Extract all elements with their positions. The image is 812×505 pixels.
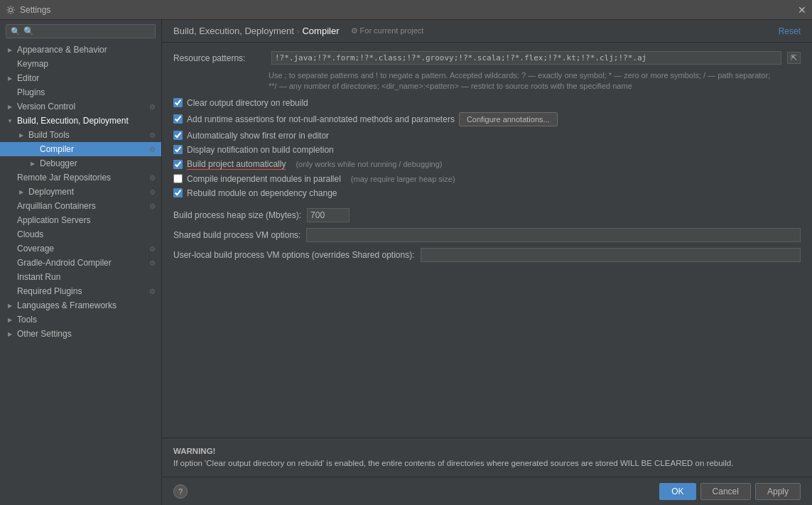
compile-parallel-checkbox[interactable] <box>173 174 183 183</box>
settings-icon <box>6 5 16 15</box>
help-button[interactable]: ? <box>173 484 188 499</box>
gear-icon[interactable]: ⚙ <box>149 131 156 139</box>
sidebar-item-keymap[interactable]: Keymap <box>0 57 161 71</box>
sidebar-item-label: Editor <box>17 73 39 83</box>
sidebar-item-clouds[interactable]: Clouds <box>0 227 161 241</box>
sidebar-item-label: Required Plugins <box>17 286 82 296</box>
rebuild-dep-checkbox[interactable] <box>173 188 183 197</box>
gear-icon[interactable]: ⚙ <box>149 245 156 253</box>
compile-parallel-label: Compile independent modules in parallel <box>187 174 341 184</box>
sidebar-item-label: Keymap <box>17 59 48 69</box>
sidebar-item-remote-jar[interactable]: Remote Jar Repositories ⚙ <box>0 170 161 185</box>
sidebar-item-other-settings[interactable]: Other Settings <box>0 327 161 341</box>
show-first-error-checkbox[interactable] <box>173 131 183 140</box>
resource-patterns-input[interactable] <box>271 51 781 65</box>
notification-build-label: Display notification on build completion <box>187 145 334 155</box>
user-vm-row: User-local build process VM options (ove… <box>173 248 801 262</box>
checkbox-clear-output-row: Clear output directory on rebuild <box>173 98 801 108</box>
expand-arrow-icon <box>17 131 26 139</box>
checkbox-compile-parallel-row: Compile independent modules in parallel … <box>173 174 801 184</box>
sidebar-item-appearance[interactable]: Appearance & Behavior <box>0 43 161 57</box>
expand-arrow-icon <box>6 74 14 82</box>
sidebar-item-deployment[interactable]: Deployment ⚙ <box>0 185 161 199</box>
gear-icon[interactable]: ⚙ <box>149 202 156 210</box>
resource-patterns-hint: Use ; to separate patterns and ! to nega… <box>269 70 801 92</box>
rebuild-dep-label: Rebuild module on dependency change <box>187 188 337 198</box>
gear-icon[interactable]: ⚙ <box>149 259 156 267</box>
build-auto-label: Build project automatically <box>187 159 286 170</box>
sidebar-item-label: Instant Run <box>17 272 60 282</box>
build-auto-checkbox[interactable] <box>173 160 183 169</box>
sidebar-item-label: Build, Execution, Deployment <box>17 116 129 126</box>
runtime-assertions-checkbox[interactable] <box>173 114 183 124</box>
checkbox-show-first-error-row: Automatically show first error in editor <box>173 131 801 141</box>
expand-arrow-icon <box>6 315 14 324</box>
sidebar-item-languages[interactable]: Languages & Frameworks <box>0 298 161 313</box>
show-first-error-label: Automatically show first error in editor <box>187 131 329 141</box>
checkbox-runtime-assertions-row: Add runtime assertions for not-null-anno… <box>173 112 801 126</box>
sidebar-item-label: Debugger <box>40 158 77 168</box>
sidebar-item-label: Languages & Frameworks <box>17 300 117 310</box>
expand-arrow-icon <box>6 301 14 310</box>
title-bar: Settings ✕ <box>0 0 812 20</box>
gear-icon[interactable]: ⚙ <box>149 146 156 153</box>
gear-icon[interactable]: ⚙ <box>149 188 156 196</box>
close-button[interactable]: ✕ <box>798 4 806 16</box>
clear-output-checkbox[interactable] <box>173 98 183 107</box>
gear-icon[interactable]: ⚙ <box>149 103 156 111</box>
sidebar-item-arquillian[interactable]: Arquillian Containers ⚙ <box>0 199 161 213</box>
notification-build-checkbox[interactable] <box>173 145 183 154</box>
apply-button[interactable]: Apply <box>755 483 801 500</box>
sidebar-item-build-tools[interactable]: Build Tools ⚙ <box>0 128 161 142</box>
heap-size-label: Build process heap size (Mbytes): <box>173 210 301 220</box>
footer: ? OK Cancel Apply <box>162 477 812 505</box>
footer-right: OK Cancel Apply <box>659 483 801 500</box>
gear-icon[interactable]: ⚙ <box>149 288 156 295</box>
sidebar-item-label: Remote Jar Repositories <box>17 173 111 183</box>
reset-button[interactable]: Reset <box>779 26 801 36</box>
panel-header: Build, Execution, Deployment › Compiler … <box>162 20 812 43</box>
build-auto-note: (only works while not running / debuggin… <box>296 160 442 168</box>
sidebar-item-compiler[interactable]: Compiler ⚙ <box>0 142 161 156</box>
sidebar-item-gradle-android[interactable]: Gradle-Android Compiler ⚙ <box>0 256 161 270</box>
warning-box: WARNING! If option 'Clear output directo… <box>162 438 812 477</box>
expand-resource-patterns-button[interactable]: ⇱ <box>787 52 801 64</box>
search-box[interactable]: 🔍 <box>6 24 156 38</box>
shared-vm-row: Shared build process VM options: <box>173 228 801 242</box>
footer-left: ? <box>173 484 188 499</box>
sidebar-item-build-execution[interactable]: Build, Execution, Deployment <box>0 114 161 128</box>
sidebar-item-label: Other Settings <box>17 329 72 339</box>
compile-parallel-note: (may require larger heap size) <box>351 175 455 183</box>
sidebar-item-editor[interactable]: Editor <box>0 71 161 85</box>
sidebar-item-label: Build Tools <box>28 130 70 140</box>
project-label: ⚙ For current project <box>351 26 424 36</box>
gear-icon[interactable]: ⚙ <box>149 174 156 182</box>
configure-annotations-button[interactable]: Configure annotations... <box>459 112 558 126</box>
sidebar-item-instant-run[interactable]: Instant Run <box>0 270 161 284</box>
expand-arrow-icon <box>17 188 26 196</box>
expand-arrow-icon <box>6 45 14 54</box>
search-input[interactable] <box>23 26 151 36</box>
sidebar-item-plugins[interactable]: Plugins <box>0 85 161 99</box>
sidebar-item-required-plugins[interactable]: Required Plugins ⚙ <box>0 284 161 298</box>
sidebar-item-coverage[interactable]: Coverage ⚙ <box>0 241 161 256</box>
shared-vm-input[interactable] <box>306 228 801 242</box>
cancel-button[interactable]: Cancel <box>700 483 751 500</box>
window-title: Settings <box>20 5 50 15</box>
sidebar-item-label: Appearance & Behavior <box>17 45 107 55</box>
user-vm-input[interactable] <box>421 248 801 262</box>
sidebar-item-version-control[interactable]: Version Control ⚙ <box>0 99 161 114</box>
ok-button[interactable]: OK <box>659 483 695 500</box>
sidebar-item-debugger[interactable]: Debugger <box>0 156 161 170</box>
sidebar-item-label: Clouds <box>17 229 43 239</box>
heap-size-input[interactable] <box>307 208 350 222</box>
main-panel: Build, Execution, Deployment › Compiler … <box>162 20 812 505</box>
search-icon: 🔍 <box>11 27 21 36</box>
sidebar-item-app-servers[interactable]: Application Servers <box>0 213 161 227</box>
sidebar-item-label: Tools <box>17 315 37 325</box>
sidebar-item-tools[interactable]: Tools <box>0 313 161 327</box>
expand-arrow-icon <box>6 116 14 125</box>
expand-arrow-icon <box>6 330 14 338</box>
sidebar: 🔍 Appearance & Behavior Keymap Editor Pl… <box>0 20 162 505</box>
sidebar-item-label: Application Servers <box>17 215 90 225</box>
